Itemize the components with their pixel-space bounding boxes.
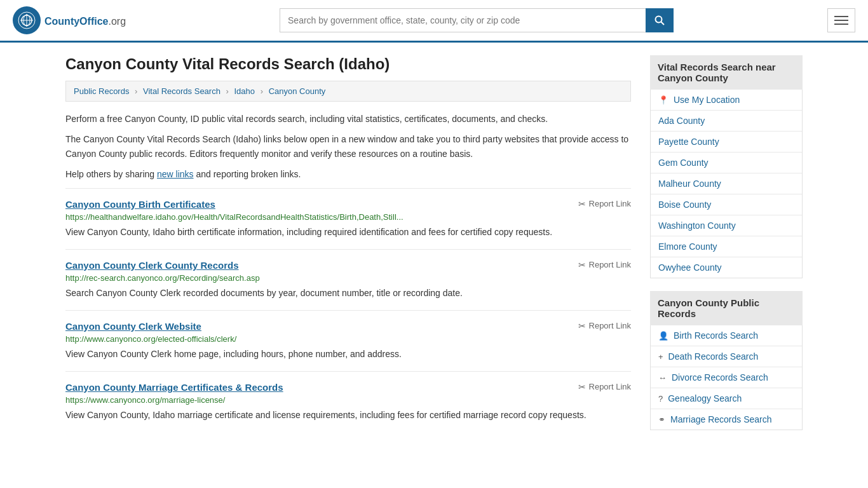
nearby-county-item[interactable]: Gem County [651, 152, 802, 173]
public-records-header: Canyon County Public Records [650, 291, 803, 325]
result-url[interactable]: https://healthandwelfare.idaho.gov/Healt… [65, 212, 631, 222]
nearby-county-link[interactable]: Payette County [658, 137, 719, 147]
report-icon: ✂ [578, 321, 586, 331]
result-url[interactable]: http://www.canyonco.org/elected-official… [65, 334, 631, 344]
description-2: The Canyon County Vital Records Search (… [65, 132, 631, 161]
nearby-county-link[interactable]: Ada County [658, 116, 705, 126]
result-desc: View Canyon County, Idaho marriage certi… [65, 409, 631, 422]
public-records-item[interactable]: 👤 Birth Records Search [651, 325, 802, 346]
search-button[interactable] [646, 8, 674, 32]
sidebar: Vital Records Search near Canyon County … [650, 55, 803, 443]
search-area [280, 8, 674, 32]
result-header: Canyon County Birth Certificates ✂ Repor… [65, 199, 631, 210]
result-header: Canyon County Clerk Website ✂ Report Lin… [65, 321, 631, 332]
menu-icon-line [834, 16, 848, 17]
public-records-section: Canyon County Public Records 👤 Birth Rec… [650, 291, 803, 430]
nearby-county-link[interactable]: Malheur County [658, 179, 721, 189]
nearby-county-item[interactable]: Malheur County [651, 173, 802, 194]
use-my-location-link[interactable]: Use My Location [674, 95, 740, 105]
results-container: Canyon County Birth Certificates ✂ Repor… [65, 188, 631, 432]
menu-icon-line [834, 24, 848, 25]
nearby-county-item[interactable]: Boise County [651, 194, 802, 215]
content-area: Canyon County Vital Records Search (Idah… [65, 55, 631, 443]
result-item: Canyon County Birth Certificates ✂ Repor… [65, 188, 631, 249]
breadcrumb-vital-records[interactable]: Vital Records Search [143, 86, 220, 96]
nearby-county-link[interactable]: Gem County [658, 158, 709, 168]
nearby-section: Vital Records Search near Canyon County … [650, 55, 803, 278]
description-3: Help others by sharing new links and rep… [65, 167, 631, 181]
public-records-icon: ↔ [658, 373, 667, 383]
logo-text: CountyOffice.org [44, 13, 126, 28]
nearby-county-item[interactable]: Elmore County [651, 236, 802, 257]
public-records-item[interactable]: ? Genealogy Search [651, 388, 802, 409]
new-links-link[interactable]: new links [157, 169, 194, 179]
svg-line-6 [661, 22, 665, 25]
report-link[interactable]: ✂ Report Link [578, 382, 631, 392]
breadcrumb-public-records[interactable]: Public Records [74, 86, 129, 96]
menu-button[interactable] [827, 8, 855, 32]
report-icon: ✂ [578, 260, 586, 270]
report-link-label: Report Link [589, 321, 631, 330]
nearby-county-item[interactable]: Payette County [651, 132, 802, 152]
breadcrumb-sep: › [226, 86, 229, 96]
public-records-item[interactable]: ↔ Divorce Records Search [651, 367, 802, 388]
site-header: CountyOffice.org [0, 0, 868, 43]
breadcrumb: Public Records › Vital Records Search › … [65, 81, 631, 102]
public-records-icon: ? [658, 394, 663, 403]
logo-area: CountyOffice.org [13, 6, 126, 34]
public-records-items: 👤 Birth Records Search + Death Records S… [651, 325, 802, 430]
public-records-icon: 👤 [658, 331, 668, 341]
report-link[interactable]: ✂ Report Link [578, 321, 631, 331]
result-header: Canyon County Marriage Certificates & Re… [65, 382, 631, 393]
public-records-link[interactable]: Divorce Records Search [672, 372, 768, 383]
report-icon: ✂ [578, 199, 586, 209]
search-input[interactable] [280, 8, 646, 32]
page-title: Canyon County Vital Records Search (Idah… [65, 55, 631, 73]
nearby-county-item[interactable]: Owyhee County [651, 257, 802, 278]
public-records-link[interactable]: Birth Records Search [674, 330, 758, 341]
public-records-item[interactable]: ⚭ Marriage Records Search [651, 409, 802, 430]
main-container: Canyon County Vital Records Search (Idah… [53, 43, 815, 456]
public-records-link[interactable]: Death Records Search [668, 351, 759, 362]
nearby-county-link[interactable]: Elmore County [658, 241, 717, 252]
description-1: Perform a free Canyon County, ID public … [65, 112, 631, 126]
use-my-location-item[interactable]: 📍 Use My Location [651, 90, 802, 111]
nearby-county-item[interactable]: Ada County [651, 111, 802, 132]
result-url[interactable]: https://www.canyonco.org/marriage-licens… [65, 395, 631, 405]
breadcrumb-sep: › [261, 86, 263, 96]
nearby-county-link[interactable]: Boise County [658, 200, 711, 210]
result-item: Canyon County Marriage Certificates & Re… [65, 371, 631, 432]
public-records-icon: ⚭ [658, 415, 665, 424]
result-desc: View Canyon County, Idaho birth certific… [65, 226, 631, 239]
public-records-item[interactable]: + Death Records Search [651, 346, 802, 367]
nearby-counties-list: Ada CountyPayette CountyGem CountyMalheu… [651, 111, 802, 278]
result-item: Canyon County Clerk Website ✂ Report Lin… [65, 310, 631, 371]
report-icon: ✂ [578, 382, 586, 392]
public-records-link[interactable]: Genealogy Search [668, 393, 742, 403]
report-link[interactable]: ✂ Report Link [578, 260, 631, 270]
report-link-label: Report Link [589, 382, 631, 391]
nearby-county-item[interactable]: Washington County [651, 215, 802, 236]
description-3-pre: Help others by sharing [65, 169, 157, 179]
location-icon: 📍 [658, 95, 668, 105]
result-header: Canyon County Clerk County Records ✂ Rep… [65, 260, 631, 271]
report-link-label: Report Link [589, 199, 631, 208]
nearby-county-link[interactable]: Washington County [658, 220, 736, 231]
result-title[interactable]: Canyon County Birth Certificates [65, 199, 215, 210]
nearby-list: 📍 Use My Location Ada CountyPayette Coun… [650, 90, 803, 278]
result-title[interactable]: Canyon County Clerk Website [65, 321, 201, 332]
report-link-label: Report Link [589, 260, 631, 269]
nearby-county-link[interactable]: Owyhee County [658, 262, 722, 273]
breadcrumb-canyon-county[interactable]: Canyon County [269, 86, 326, 96]
nearby-header: Vital Records Search near Canyon County [650, 55, 803, 90]
public-records-link[interactable]: Marriage Records Search [670, 414, 772, 424]
result-item: Canyon County Clerk County Records ✂ Rep… [65, 249, 631, 310]
description-3-post: and reporting broken links. [194, 169, 301, 179]
breadcrumb-idaho[interactable]: Idaho [234, 86, 255, 96]
report-link[interactable]: ✂ Report Link [578, 199, 631, 209]
result-url[interactable]: http://rec-search.canyonco.org/Recording… [65, 273, 631, 283]
result-title[interactable]: Canyon County Clerk County Records [65, 260, 239, 271]
result-desc: Search Canyon County Clerk recorded docu… [65, 287, 631, 300]
result-title[interactable]: Canyon County Marriage Certificates & Re… [65, 382, 283, 393]
breadcrumb-sep: › [135, 86, 137, 96]
